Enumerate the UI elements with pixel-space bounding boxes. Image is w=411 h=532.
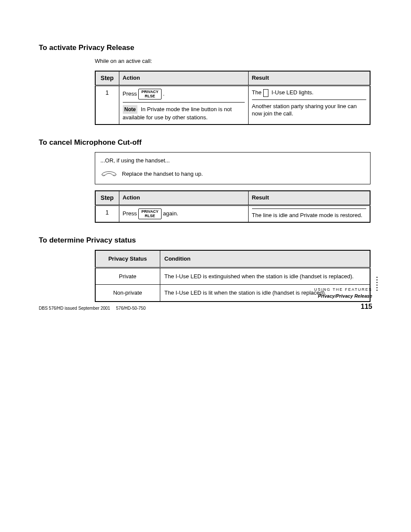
- footer-doc: DBS 576/HD issued September 2001: [39, 306, 110, 311]
- result-led-after: I-Use LED lights.: [271, 89, 314, 96]
- action-cell: Press PRIVACY RLSE . Note In Private mod…: [119, 86, 248, 124]
- col-result: Result: [248, 71, 370, 85]
- footer-dots-icon: ······: [376, 276, 378, 291]
- table-row: Private The I-Use LED is extinguished wh…: [95, 268, 370, 285]
- action-cell: Press PRIVACY RLSE again.: [119, 205, 248, 222]
- key-line2: RLSE: [145, 94, 155, 98]
- cancel-mic-table: Step Action Result 1 Press PRIVACY RLSE …: [95, 190, 371, 223]
- i-use-led-icon: [263, 89, 268, 97]
- handset-down-icon: [100, 168, 118, 180]
- col-condition: Condition: [160, 250, 370, 268]
- result-text: The line is idle and Private mode is res…: [252, 212, 363, 218]
- col-step: Step: [95, 71, 119, 85]
- col-action: Action: [119, 71, 248, 85]
- step-number: 1: [95, 205, 119, 222]
- col-privacy-status: Privacy Status: [95, 250, 160, 268]
- activate-privacy-lead: While on an active call:: [95, 57, 372, 65]
- privacy-release-key-icon: PRIVACY RLSE: [138, 89, 161, 100]
- key-line2: RLSE: [145, 214, 155, 218]
- page-footer-right: ······ USING THE FEATURES Privacy/Privac…: [314, 287, 372, 311]
- activate-privacy-title: To activate Privacy Release: [39, 43, 372, 53]
- result-cell: The line is idle and Private mode is res…: [248, 205, 370, 222]
- determine-privacy-title: To determine Privacy status: [39, 236, 372, 246]
- result-cell: The I-Use LED lights. Another station pa…: [248, 86, 370, 124]
- col-result: Result: [248, 191, 370, 205]
- result-led-prefix: The: [252, 89, 262, 96]
- privacy-release-key-icon: PRIVACY RLSE: [138, 208, 161, 219]
- footer-subsection: Privacy/Privacy Release: [314, 293, 372, 299]
- table-row: 1 Press PRIVACY RLSE . Note In Private m…: [95, 86, 370, 124]
- col-step: Step: [95, 191, 119, 205]
- status-private: Private: [95, 268, 160, 285]
- action-suffix: again.: [163, 210, 178, 217]
- footer-rev: 576/HD-50-750: [116, 306, 146, 311]
- result-after: Another station party sharing your line …: [252, 103, 357, 117]
- activate-privacy-table: Step Action Result 1 Press PRIVACY RLSE …: [95, 71, 371, 125]
- handset-or-text: ...OR, if using the handset...: [100, 157, 365, 165]
- action-prefix: Press: [123, 90, 139, 97]
- note-chip: Note: [123, 105, 138, 114]
- action-prefix: Press: [123, 210, 139, 217]
- status-nonprivate: Non-private: [95, 285, 160, 302]
- col-action: Action: [119, 191, 248, 205]
- cancel-mic-title: To cancel Microphone Cut-off: [39, 138, 372, 148]
- note-text: In Private mode the line button is not a…: [123, 106, 232, 121]
- note-block: Note In Private mode the line button is …: [123, 105, 245, 121]
- step-number: 1: [95, 86, 119, 124]
- page-footer-left: DBS 576/HD issued September 2001 576/HD-…: [39, 305, 146, 311]
- table-row: 1 Press PRIVACY RLSE again. The line is …: [95, 205, 370, 222]
- action-suffix: .: [163, 90, 165, 97]
- condition-private: The I-Use LED is extinguished when the s…: [160, 268, 370, 285]
- table-header-row: Step Action Result: [95, 71, 370, 85]
- handset-or-box: ...OR, if using the handset... Replace t…: [95, 152, 371, 185]
- table-header-row: Privacy Status Condition: [95, 250, 370, 268]
- footer-section: USING THE FEATURES: [314, 287, 372, 292]
- table-header-row: Step Action Result: [95, 191, 370, 205]
- page-number: 115: [314, 302, 372, 311]
- handset-hangup-text: Replace the handset to hang up.: [122, 170, 203, 178]
